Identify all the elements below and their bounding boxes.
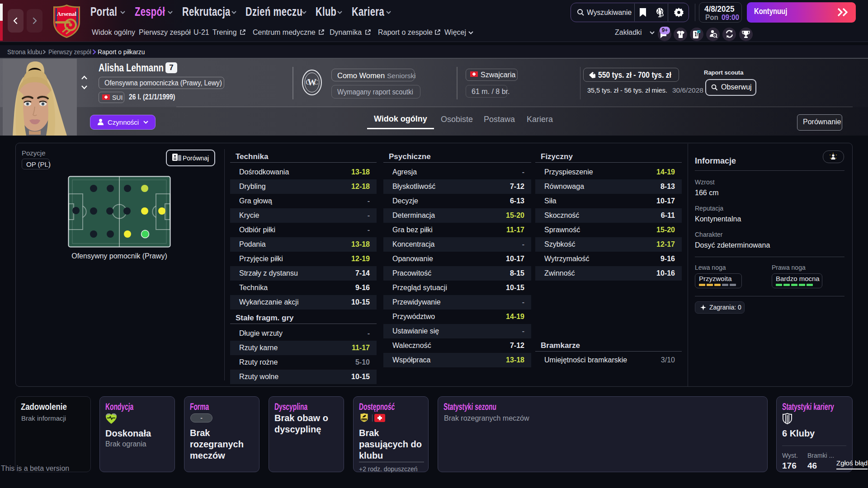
svg-text:C: C [306, 79, 310, 86]
svg-text:Arsenal: Arsenal [57, 10, 77, 17]
svg-text:C: C [314, 79, 318, 86]
